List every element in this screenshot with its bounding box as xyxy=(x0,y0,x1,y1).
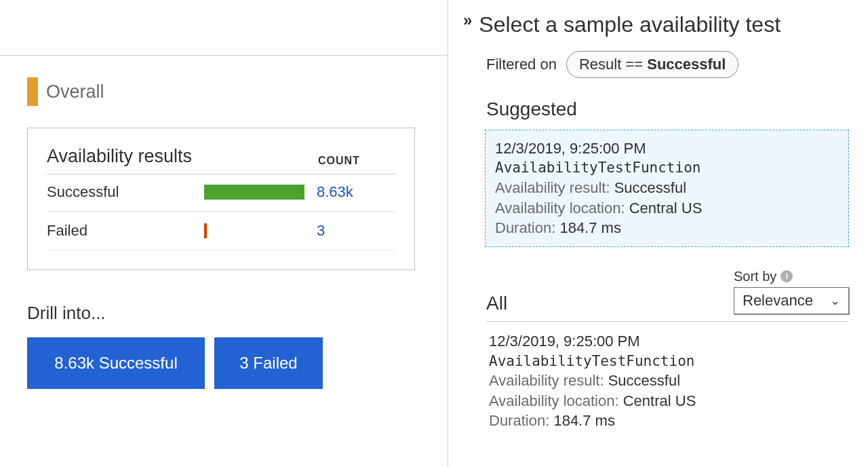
left-pane: Overall Availability results COUNT Succe… xyxy=(0,0,448,467)
right-pane: » Select a sample availability test Filt… xyxy=(448,0,868,467)
duration-key: Duration: xyxy=(495,219,555,236)
row-name: Failed xyxy=(47,222,204,240)
sample-timestamp: 12/3/2019, 9:25:00 PM xyxy=(495,138,839,159)
suggested-header: Suggested xyxy=(486,98,849,120)
duration-key: Duration: xyxy=(489,412,549,429)
divider xyxy=(47,250,395,250)
availability-location-key: Availability location: xyxy=(489,392,619,409)
availability-location-value: Central US xyxy=(629,200,703,217)
row-name: Successful xyxy=(47,183,204,201)
drill-into-label: Drill into... xyxy=(27,303,420,324)
sample-function: AvailabilityTestFunction xyxy=(495,158,839,177)
expand-panel-icon[interactable]: » xyxy=(463,12,479,29)
sort-by-label: Sort by xyxy=(734,269,776,284)
availability-results-card: Availability results COUNT Successful 8.… xyxy=(27,128,415,270)
filter-pill[interactable]: Result == Successful xyxy=(566,51,738,78)
availability-result-key: Availability result: xyxy=(495,179,610,196)
row-count: 8.63k xyxy=(317,183,353,201)
sort-select[interactable]: Relevance ⌄ xyxy=(734,287,849,314)
divider xyxy=(47,174,395,174)
availability-result-key: Availability result: xyxy=(489,372,604,389)
overall-label: Overall xyxy=(46,81,104,102)
result-row-failed[interactable]: Failed 3 xyxy=(47,217,395,244)
suggested-sample-card[interactable]: 12/3/2019, 9:25:00 PM AvailabilityTestFu… xyxy=(485,130,849,247)
availability-result-value: Successful xyxy=(614,179,686,196)
sample-function: AvailabilityTestFunction xyxy=(489,352,840,371)
sort-value: Relevance xyxy=(743,292,813,310)
info-icon[interactable]: i xyxy=(781,270,793,282)
duration-value: 184.7 ms xyxy=(559,219,621,236)
chevron-down-icon: ⌄ xyxy=(830,293,840,308)
filter-value: Successful xyxy=(647,56,726,73)
row-bar xyxy=(204,185,317,200)
sample-timestamp: 12/3/2019, 9:25:00 PM xyxy=(489,331,840,352)
drill-failed-button[interactable]: 3 Failed xyxy=(214,337,323,389)
card-title: Availability results xyxy=(47,146,318,167)
drill-successful-button[interactable]: 8.63k Successful xyxy=(27,337,205,389)
all-sample-card[interactable]: 12/3/2019, 9:25:00 PM AvailabilityTestFu… xyxy=(486,331,849,431)
top-blank xyxy=(0,0,448,56)
overall-accent-bar xyxy=(27,77,38,106)
count-header: COUNT xyxy=(318,155,360,167)
row-count: 3 xyxy=(317,222,325,240)
duration-value: 184.7 ms xyxy=(553,412,615,429)
overall-header: Overall xyxy=(27,77,420,106)
result-row-successful[interactable]: Successful 8.63k xyxy=(47,179,395,206)
panel-title: Select a sample availability test xyxy=(479,12,781,37)
row-bar xyxy=(204,223,317,238)
divider xyxy=(486,321,849,322)
filter-field: Result == xyxy=(579,56,643,73)
all-header: All xyxy=(486,293,507,314)
availability-result-value: Successful xyxy=(608,372,680,389)
divider xyxy=(47,211,395,212)
availability-location-value: Central US xyxy=(623,392,696,409)
availability-location-key: Availability location: xyxy=(495,200,625,217)
filtered-on-label: Filtered on xyxy=(486,56,557,73)
